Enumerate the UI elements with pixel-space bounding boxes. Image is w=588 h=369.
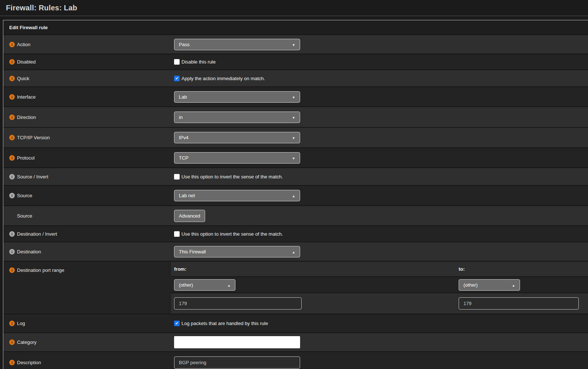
checkbox-label: Disable this rule (181, 59, 216, 65)
caret-down-icon (292, 42, 295, 47)
destination-invert-checkbox[interactable] (174, 231, 180, 237)
info-icon[interactable]: i (9, 42, 15, 47)
info-icon[interactable]: i (9, 193, 15, 198)
port-from-input[interactable] (174, 297, 302, 310)
label-text: Log (17, 321, 25, 326)
select-value: Lab net (179, 193, 195, 198)
row-destination: i Destination This Firewall (3, 242, 588, 262)
caret-down-icon (292, 115, 295, 120)
row-direction: i Direction in (3, 107, 588, 128)
select-value: TCP (179, 155, 188, 161)
info-icon[interactable]: i (9, 321, 15, 326)
action-select[interactable]: Pass (174, 39, 300, 50)
port-range-header-strip: from: to: (171, 262, 588, 277)
checkbox-label: Log packets that are handled by this rul… (181, 321, 268, 326)
checkbox-label: Apply the action immediately on match. (181, 76, 265, 81)
row-destination-invert: i Destination / Invert Use this option t… (3, 226, 588, 242)
field-label-disabled: i Disabled (3, 54, 171, 69)
row-destination-port-range: i Destination port range from: to: (othe… (3, 262, 588, 314)
field-label-interface: i Interface (3, 87, 171, 106)
source-select[interactable]: Lab net (174, 190, 300, 201)
info-icon[interactable]: i (9, 155, 15, 161)
info-icon[interactable]: i (9, 339, 15, 345)
protocol-select[interactable]: TCP (174, 152, 300, 164)
description-input[interactable] (174, 356, 300, 369)
port-range-select-strip: (other) (other) (171, 277, 588, 293)
port-from-select[interactable]: (other) (174, 279, 235, 291)
label-text: Source (17, 213, 32, 219)
interface-select[interactable]: Lab (174, 91, 300, 103)
port-to-input[interactable] (459, 297, 579, 310)
caret-down-icon (292, 94, 295, 100)
source-advanced-button[interactable]: Advanced (174, 210, 205, 222)
caret-up-icon (292, 249, 295, 254)
label-text: Interface (17, 94, 36, 100)
select-value: This Firewall (179, 249, 206, 254)
checkbox-label: Use this option to invert the sense of t… (181, 231, 283, 237)
info-icon[interactable]: i (9, 231, 15, 237)
row-disabled: i Disabled Disable this rule (3, 54, 588, 70)
select-value: (other) (179, 282, 193, 288)
edit-firewall-rule-panel: Edit Firewall rule i Action Pass i Disab… (3, 20, 588, 369)
field-label-protocol: i Protocol (3, 148, 171, 167)
field-label-category: i Category (3, 333, 171, 351)
panel-header: Edit Firewall rule (3, 20, 588, 35)
field-label-source-invert: i Source / Invert (3, 168, 171, 185)
info-icon[interactable]: i (9, 135, 15, 140)
info-icon[interactable]: i (9, 174, 15, 180)
disable-rule-checkbox[interactable] (174, 59, 180, 65)
field-label-destination-port-range: i Destination port range (3, 262, 171, 314)
select-value: in (179, 115, 183, 120)
caret-down-icon (292, 155, 295, 161)
category-input[interactable] (174, 336, 300, 348)
field-label-log: i Log (3, 314, 171, 332)
source-invert-checkbox[interactable] (174, 174, 180, 180)
info-icon[interactable]: i (9, 360, 15, 365)
info-icon[interactable]: i (9, 115, 15, 120)
row-source-invert: i Source / Invert Use this option to inv… (3, 168, 588, 186)
ip-version-select[interactable]: IPv4 (174, 132, 300, 143)
info-icon[interactable]: i (9, 267, 15, 273)
row-description: i Description (3, 352, 588, 369)
page-title-bar: Firewall: Rules: Lab (0, 0, 588, 16)
destination-select[interactable]: This Firewall (174, 246, 300, 257)
row-category: i Category (3, 333, 588, 352)
row-quick: i Quick Apply the action immediately on … (3, 70, 588, 87)
port-range-input-strip (171, 293, 588, 314)
label-text: Destination / Invert (17, 231, 57, 237)
log-checkbox[interactable] (174, 321, 180, 326)
caret-up-icon (512, 282, 515, 288)
quick-checkbox[interactable] (174, 76, 180, 81)
field-label-ip-version: i TCP/IP Version (3, 128, 171, 147)
select-value: IPv4 (179, 135, 188, 140)
row-log: i Log Log packets that are handled by th… (3, 314, 588, 333)
panel-title: Edit Firewall rule (9, 25, 48, 30)
field-label-destination-invert: i Destination / Invert (3, 226, 171, 242)
page-title: Firewall: Rules: Lab (6, 4, 77, 12)
label-text: Destination port range (17, 267, 64, 273)
port-from-label: from: (171, 266, 186, 272)
select-value: Pass (179, 42, 190, 47)
field-label-action: i Action (3, 35, 171, 54)
label-text: Quick (17, 76, 29, 81)
info-icon[interactable]: i (9, 76, 15, 81)
row-action: i Action Pass (3, 35, 588, 54)
label-text: Disabled (17, 59, 36, 65)
info-icon[interactable]: i (9, 59, 15, 65)
info-icon[interactable]: i (9, 94, 15, 100)
label-text: Direction (17, 115, 36, 120)
row-protocol: i Protocol TCP (3, 148, 588, 168)
row-source: i Source Lab net (3, 186, 588, 206)
row-source-advanced: Source Advanced (3, 206, 588, 226)
label-text: Description (17, 360, 41, 365)
field-label-source-advanced: Source (3, 206, 171, 225)
port-to-select[interactable]: (other) (459, 279, 520, 291)
label-text: Action (17, 42, 30, 47)
checkbox-label: Use this option to invert the sense of t… (181, 174, 283, 180)
caret-down-icon (292, 135, 295, 140)
label-text: Destination (17, 249, 41, 254)
direction-select[interactable]: in (174, 112, 300, 123)
port-to-label: to: (456, 266, 465, 272)
info-icon[interactable]: i (9, 249, 15, 254)
row-ip-version: i TCP/IP Version IPv4 (3, 128, 588, 148)
